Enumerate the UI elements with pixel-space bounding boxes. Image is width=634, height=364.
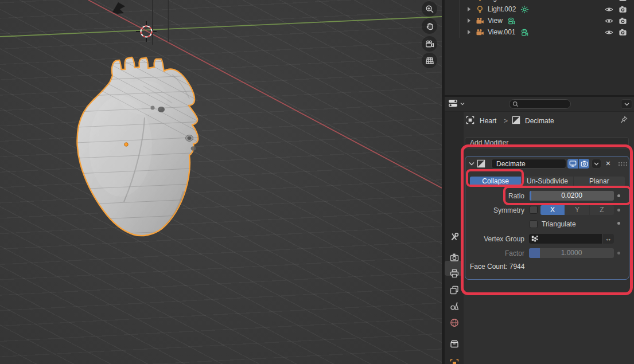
3d-cursor[interactable] bbox=[136, 21, 157, 42]
ratio-animate-dot[interactable] bbox=[617, 194, 620, 197]
disclosure-triangle-icon[interactable] bbox=[468, 7, 470, 11]
object-name[interactable]: View bbox=[488, 17, 503, 25]
eye-icon[interactable] bbox=[605, 28, 613, 37]
chevron-down-icon bbox=[624, 103, 629, 106]
axis-y-button[interactable]: Y bbox=[565, 205, 589, 215]
drag-handle-icon[interactable] bbox=[618, 161, 628, 167]
render-visibility-camera-icon[interactable] bbox=[619, 0, 627, 2]
face-count-text: Face Count: 7944 bbox=[470, 263, 524, 271]
ratio-value: 0.0200 bbox=[561, 191, 582, 199]
camera-data-icon[interactable] bbox=[507, 17, 516, 25]
tab-collapse[interactable]: Collapse bbox=[470, 177, 521, 186]
render-visibility-camera-icon[interactable] bbox=[619, 5, 627, 14]
factor-value: 1.0000 bbox=[561, 249, 582, 257]
pan-gizmo-button[interactable] bbox=[422, 18, 437, 34]
panel-expand-chevron-icon[interactable] bbox=[469, 162, 474, 166]
factor-animate-dot[interactable] bbox=[617, 252, 620, 255]
sun-icon[interactable] bbox=[520, 5, 529, 14]
modifier-name-field[interactable] bbox=[491, 159, 566, 169]
pin-icon[interactable] bbox=[620, 116, 628, 124]
ortho-gizmo-button[interactable] bbox=[422, 53, 437, 68]
tab-view-layer[interactable] bbox=[449, 285, 459, 295]
ratio-slider[interactable]: 0.0200 bbox=[530, 191, 614, 201]
camera-object[interactable] bbox=[112, 2, 125, 14]
axis-x-button[interactable]: X bbox=[540, 205, 565, 215]
factor-slider-fill bbox=[529, 248, 540, 258]
decimate-modifier-icon bbox=[512, 116, 520, 124]
tab-render[interactable] bbox=[449, 252, 459, 262]
tool-icon bbox=[450, 232, 459, 241]
decimate-modifier-icon bbox=[477, 159, 485, 168]
ratio-label: Ratio bbox=[465, 192, 524, 200]
scene-icon bbox=[450, 302, 459, 311]
tab-world[interactable] bbox=[449, 318, 459, 327]
3d-viewport[interactable] bbox=[0, 0, 442, 364]
outliner-row[interactable]: View bbox=[445, 15, 634, 26]
triangulate-animate-dot[interactable] bbox=[617, 222, 620, 225]
disclosure-triangle-icon[interactable] bbox=[468, 18, 470, 23]
pan-hand-icon bbox=[425, 22, 434, 31]
breadcrumb-separator: > bbox=[504, 117, 508, 125]
render-visibility-camera-icon[interactable] bbox=[619, 28, 627, 37]
eye-icon[interactable] bbox=[605, 0, 613, 2]
tab-planar[interactable]: Planar bbox=[574, 177, 625, 186]
zoom-gizmo-button[interactable] bbox=[422, 1, 437, 17]
output-printer-icon bbox=[450, 269, 459, 278]
symmetry-animate-dot[interactable] bbox=[617, 209, 620, 212]
render-icon bbox=[450, 253, 459, 262]
light-icon bbox=[476, 5, 484, 14]
camera-view-icon bbox=[425, 40, 434, 49]
camera-data-icon[interactable] bbox=[520, 28, 529, 37]
eye-icon[interactable] bbox=[605, 5, 613, 14]
breadcrumb-modifier[interactable]: Decimate bbox=[525, 117, 554, 125]
outliner-row[interactable]: View.001 bbox=[445, 26, 634, 38]
modifier-extras-button[interactable] bbox=[592, 159, 601, 169]
disclosure-triangle-icon[interactable] bbox=[468, 30, 470, 34]
tab-collection[interactable] bbox=[449, 339, 459, 349]
tab-tool[interactable] bbox=[449, 232, 459, 241]
tab-object[interactable] bbox=[449, 358, 459, 364]
show-in-viewport-toggle[interactable] bbox=[567, 159, 578, 169]
editor-type-button[interactable] bbox=[448, 99, 465, 108]
tab-output[interactable] bbox=[449, 268, 459, 278]
header-menu-button[interactable] bbox=[621, 99, 632, 109]
monitor-icon bbox=[569, 160, 577, 167]
collection-icon bbox=[450, 339, 459, 349]
breadcrumb-object[interactable]: Heart bbox=[480, 117, 496, 125]
camera-view-gizmo-button[interactable] bbox=[422, 36, 437, 52]
remove-modifier-button[interactable]: × bbox=[604, 158, 613, 169]
search-box[interactable] bbox=[509, 99, 571, 109]
properties-tab-strip bbox=[445, 112, 464, 364]
eye-icon[interactable] bbox=[605, 17, 613, 25]
search-input[interactable] bbox=[519, 100, 567, 108]
camera-object-icon bbox=[476, 17, 484, 25]
tab-scene[interactable] bbox=[449, 301, 459, 311]
vertex-group-label: Vertex Group bbox=[465, 235, 524, 243]
show-in-render-toggle[interactable] bbox=[579, 159, 589, 169]
object-name[interactable]: Light.001 bbox=[488, 0, 516, 2]
add-modifier-button[interactable]: Add Modifier bbox=[465, 137, 629, 149]
triangulate-label: Triangulate bbox=[542, 220, 576, 228]
object-origin-dot bbox=[125, 143, 128, 146]
factor-label: Factor bbox=[465, 249, 524, 257]
breadcrumb: Heart > Decimate bbox=[464, 112, 634, 132]
vertex-group-field[interactable] bbox=[529, 234, 602, 244]
object-name[interactable]: Light.002 bbox=[488, 5, 516, 13]
render-visibility-camera-icon[interactable] bbox=[619, 17, 627, 25]
symmetry-axis-buttons: X Y Z bbox=[540, 205, 614, 215]
decimate-mode-tabs: Collapse Un-Subdivide Planar bbox=[470, 177, 625, 186]
outliner-row[interactable]: Light.002 bbox=[445, 3, 634, 15]
heart-wireframe bbox=[0, 0, 442, 244]
factor-slider[interactable]: 1.0000 bbox=[529, 248, 614, 258]
y-axis-line bbox=[0, 17, 442, 37]
symmetry-checkbox[interactable] bbox=[530, 206, 538, 214]
object-name[interactable]: View.001 bbox=[488, 28, 516, 36]
heart-model[interactable] bbox=[0, 0, 442, 244]
triangulate-checkbox[interactable] bbox=[530, 220, 538, 228]
tab-unsubdivide[interactable]: Un-Subdivide bbox=[522, 177, 573, 186]
chevron-down-icon bbox=[460, 102, 465, 105]
invert-vertex-group-button[interactable]: ↔ bbox=[603, 234, 614, 244]
axis-z-button[interactable]: Z bbox=[590, 205, 614, 215]
orthographic-grid-icon bbox=[425, 56, 434, 65]
chevron-down-icon bbox=[594, 162, 599, 166]
